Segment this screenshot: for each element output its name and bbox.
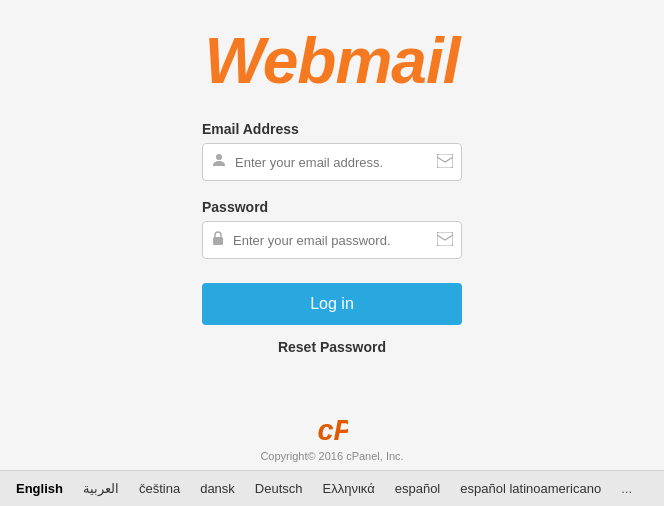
email-input-wrapper [202,143,462,181]
email-addon-icon [437,154,453,171]
lang-english[interactable]: English [16,481,63,496]
lang-greek[interactable]: Ελληνικά [323,481,375,496]
lang-more[interactable]: ... [621,481,632,496]
language-bar: English العربية čeština dansk Deutsch Ελ… [0,470,664,506]
lang-arabic[interactable]: العربية [83,481,119,496]
login-button[interactable]: Log in [202,283,462,325]
login-form: Email Address Password [202,121,462,355]
svg-rect-0 [437,154,453,168]
lang-german[interactable]: Deutsch [255,481,303,496]
logo-text: Webmail [205,25,460,97]
lang-spanish[interactable]: español [395,481,441,496]
user-icon [211,152,227,172]
footer: cP Copyright© 2016 cPanel, Inc. [0,404,664,470]
password-input[interactable] [233,233,431,248]
svg-rect-2 [437,232,453,246]
password-label: Password [202,199,462,215]
password-input-wrapper [202,221,462,259]
lock-icon [211,230,225,250]
webmail-logo: Webmail [205,29,460,93]
email-field-group: Email Address [202,121,462,181]
email-label: Email Address [202,121,462,137]
cpanel-logo-icon: cP [316,414,348,446]
svg-rect-1 [213,237,223,245]
svg-text:cP: cP [318,414,348,446]
reset-password-link[interactable]: Reset Password [202,339,462,355]
lang-czech[interactable]: čeština [139,481,180,496]
lang-danish[interactable]: dansk [200,481,235,496]
password-field-group: Password [202,199,462,259]
lang-spanish-latin[interactable]: español latinoamericano [460,481,601,496]
password-addon-icon [437,232,453,249]
email-input[interactable] [235,155,431,170]
copyright-text: Copyright© 2016 cPanel, Inc. [260,450,403,462]
